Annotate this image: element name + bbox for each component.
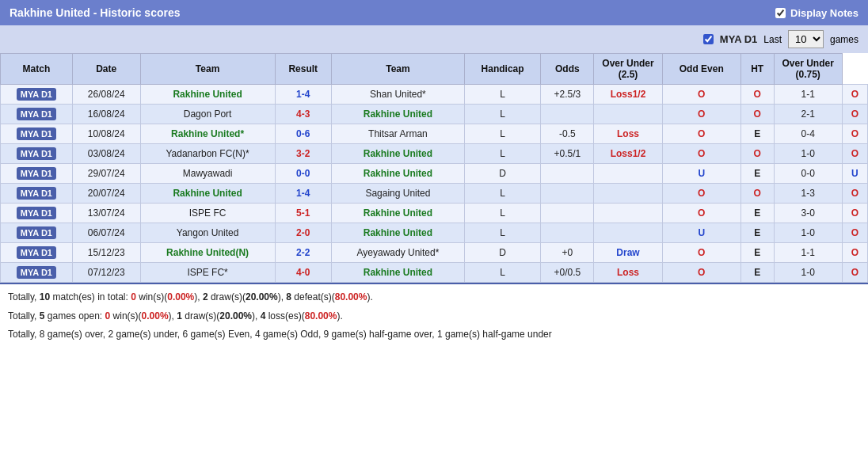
header-over-under-075: Over Under (0.75): [774, 54, 842, 85]
cell-ou075: O: [842, 105, 867, 124]
cell-handicap: [541, 105, 594, 124]
cell-ht: 2-1: [774, 105, 842, 124]
cell-score: 1-4: [275, 85, 331, 105]
cell-score: 0-6: [275, 124, 331, 144]
cell-score: 2-0: [275, 223, 331, 243]
cell-ou25: O: [662, 85, 740, 105]
display-notes-area: Display Notes: [775, 7, 858, 19]
cell-team1: Rakhine United: [140, 184, 275, 204]
header-date: Date: [72, 54, 140, 85]
summary-line1: Totally, 10 match(es) in total: 0 win(s)…: [8, 289, 860, 306]
cell-score: 4-3: [275, 105, 331, 124]
league-filter-checkbox[interactable]: [703, 34, 714, 44]
cell-team1: Dagon Port: [140, 105, 275, 124]
cell-score: 1-4: [275, 184, 331, 204]
cell-ou25: U: [662, 223, 740, 243]
header-result: Result: [275, 54, 331, 85]
title-bar: Rakhine United - Historic scores Display…: [0, 0, 868, 25]
cell-odds: Draw: [594, 243, 662, 263]
display-notes-checkbox[interactable]: [775, 8, 786, 18]
cell-odds: [594, 105, 662, 124]
cell-result: L: [464, 204, 540, 223]
filter-bar: MYA D1 Last 5 10 15 20 All games: [0, 25, 868, 53]
cell-league: MYA D1: [1, 243, 73, 263]
cell-result: D: [464, 243, 540, 263]
cell-odd-even: O: [740, 184, 774, 204]
cell-team1: Rakhine United(N): [140, 243, 275, 263]
cell-date: 20/07/24: [72, 184, 140, 204]
cell-team1: Yadanarbon FC(N)*: [140, 144, 275, 164]
cell-handicap: +0/0.5: [541, 263, 594, 283]
table-row: MYA D120/07/24Rakhine United1-4Sagaing U…: [1, 184, 868, 204]
cell-odd-even: E: [740, 124, 774, 144]
cell-team1: Yangon United: [140, 223, 275, 243]
cell-result: L: [464, 263, 540, 283]
table-row: MYA D115/12/23Rakhine United(N)2-2Ayeyaw…: [1, 243, 868, 263]
cell-league: MYA D1: [1, 184, 73, 204]
cell-ou25: O: [662, 144, 740, 164]
cell-team2: Sagaing United: [331, 184, 464, 204]
cell-ht: 1-1: [774, 85, 842, 105]
cell-ht: 1-0: [774, 223, 842, 243]
cell-ou25: O: [662, 263, 740, 283]
cell-ou25: O: [662, 243, 740, 263]
games-select[interactable]: 5 10 15 20 All: [788, 30, 824, 48]
cell-ht: 0-4: [774, 124, 842, 144]
summary-area: Totally, 10 match(es) in total: 0 win(s)…: [0, 283, 868, 350]
cell-team2: Rakhine United: [331, 105, 464, 124]
cell-handicap: [541, 223, 594, 243]
cell-score: 0-0: [275, 164, 331, 184]
cell-odds: Loss1/2: [594, 144, 662, 164]
cell-odds: [594, 184, 662, 204]
cell-date: 10/08/24: [72, 124, 140, 144]
cell-ou075: O: [842, 243, 867, 263]
header-ht: HT: [740, 54, 774, 85]
cell-odd-even: E: [740, 263, 774, 283]
table-row: MYA D116/08/24Dagon Port4-3Rakhine Unite…: [1, 105, 868, 124]
page-title: Rakhine United - Historic scores: [10, 6, 181, 19]
cell-handicap: +0: [541, 243, 594, 263]
cell-ou25: O: [662, 124, 740, 144]
cell-league: MYA D1: [1, 164, 73, 184]
cell-handicap: [541, 184, 594, 204]
cell-league: MYA D1: [1, 124, 73, 144]
cell-team2: Ayeyawady United*: [331, 243, 464, 263]
cell-date: 06/07/24: [72, 223, 140, 243]
games-label: games: [830, 34, 858, 45]
table-row: MYA D110/08/24Rakhine United*0-6Thitsar …: [1, 124, 868, 144]
cell-league: MYA D1: [1, 263, 73, 283]
cell-team1: Rakhine United*: [140, 124, 275, 144]
cell-result: L: [464, 144, 540, 164]
cell-score: 2-2: [275, 243, 331, 263]
header-odds: Odds: [541, 54, 594, 85]
cell-team2: Rakhine United: [331, 263, 464, 283]
cell-ht: 1-0: [774, 144, 842, 164]
cell-date: 16/08/24: [72, 105, 140, 124]
cell-result: D: [464, 164, 540, 184]
cell-ou075: O: [842, 263, 867, 283]
cell-odd-even: E: [740, 204, 774, 223]
summary-line3: Totally, 8 game(s) over, 2 game(s) under…: [8, 326, 860, 344]
cell-ou075: O: [842, 223, 867, 243]
header-handicap: Handicap: [464, 54, 540, 85]
cell-ou075: O: [842, 85, 867, 105]
cell-ou075: O: [842, 204, 867, 223]
cell-league: MYA D1: [1, 144, 73, 164]
cell-handicap: +2.5/3: [541, 85, 594, 105]
cell-result: L: [464, 105, 540, 124]
cell-league: MYA D1: [1, 105, 73, 124]
cell-odd-even: E: [740, 223, 774, 243]
cell-handicap: +0.5/1: [541, 144, 594, 164]
cell-team2: Thitsar Arman: [331, 124, 464, 144]
cell-odds: Loss: [594, 124, 662, 144]
cell-date: 15/12/23: [72, 243, 140, 263]
cell-ou075: O: [842, 124, 867, 144]
cell-score: 5-1: [275, 204, 331, 223]
cell-date: 03/08/24: [72, 144, 140, 164]
summary-line2: Totally, 5 games open: 0 win(s)(0.00%), …: [8, 308, 860, 325]
cell-odd-even: O: [740, 85, 774, 105]
cell-ht: 3-0: [774, 204, 842, 223]
header-match: Match: [1, 54, 73, 85]
cell-result: L: [464, 124, 540, 144]
cell-team1: ISPE FC*: [140, 263, 275, 283]
